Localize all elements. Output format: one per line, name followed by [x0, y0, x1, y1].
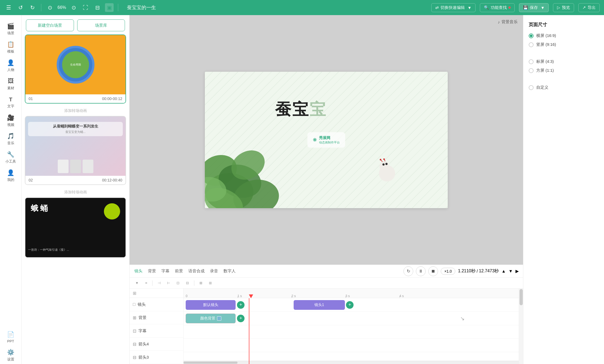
radio-landscape[interactable] [529, 33, 534, 38]
vertical-scrollbar[interactable] [519, 289, 523, 364]
radio-standard[interactable] [529, 59, 534, 64]
option-square[interactable]: 方屏 (1:1) [529, 68, 599, 73]
scene-card-3[interactable]: 蛾 蛹 一首诗：一种气味引读《蚕》... [25, 197, 126, 258]
sidebar-item-mine[interactable]: 👤 我的 [1, 167, 21, 184]
canvas-wrapper: ♪ 背景音乐 [130, 15, 523, 265]
zoom-level[interactable]: 66% [57, 5, 66, 10]
canvas-stage[interactable]: 蚕宝宝 ❋ [205, 72, 448, 208]
notification-dot [508, 6, 511, 9]
sidebar-item-ppt[interactable]: 📄 PPT [1, 328, 21, 346]
save-dropdown-icon[interactable]: ▼ [541, 5, 545, 10]
add-transition-2[interactable]: 添加转场动画 [25, 187, 126, 197]
switch-dropdown-icon[interactable]: ▼ [467, 5, 471, 10]
sidebar-item-text[interactable]: T 文字 [1, 94, 21, 111]
stop-button[interactable]: ⏹ [428, 266, 438, 276]
option-custom[interactable]: 自定义 [529, 85, 599, 90]
filter-btn[interactable]: ▼ [133, 280, 141, 286]
block-default-lens[interactable]: 默认镜头 [186, 300, 236, 310]
loop-button[interactable]: ↻ [403, 266, 413, 276]
search-icon: 🔍 [484, 5, 489, 10]
scene-card-1[interactable]: 生命周期 01 00:00-00:12 [25, 35, 126, 104]
sidebar-item-tools[interactable]: 🔧 小工具 [1, 149, 21, 166]
bg-music-button[interactable]: ♪ 背景音乐 [498, 19, 518, 25]
add-btn-after-default-lens[interactable]: + [237, 301, 245, 309]
add-btn-after-lens1[interactable]: + [346, 301, 354, 309]
svg-point-10 [385, 163, 388, 165]
option-standard[interactable]: 标屏 (4:3) [529, 59, 599, 64]
radio-custom[interactable] [529, 85, 534, 90]
radio-portrait[interactable] [529, 42, 534, 47]
paste-btn[interactable]: ⊟ [184, 280, 191, 286]
sidebar-item-music[interactable]: 🎵 音乐 [1, 131, 21, 148]
export-button[interactable]: ↗ 导出 [578, 3, 600, 12]
tab-lens[interactable]: 镜头 [134, 267, 143, 275]
scene-thumbnail-1: 生命周期 [25, 35, 125, 94]
sidebar-item-character[interactable]: 👤 人物 [1, 57, 21, 74]
video-icon: 🎥 [7, 114, 14, 121]
tab-record[interactable]: 录音 [209, 267, 219, 275]
divider-2 [118, 4, 118, 11]
track-content: 0 1 s 2 s 3 s 4 s [184, 289, 519, 364]
right-panel: 页面尺寸 横屏 (16:9) 竖屏 (9:16) 标屏 (4:3) 方屏 (1:… [523, 15, 604, 364]
switch-edit-button[interactable]: ⇄ 切换快速编辑 ▼ [431, 3, 476, 12]
add-transition-1[interactable]: 添加转场动画 [25, 106, 126, 116]
align-btn[interactable]: ⊠ [197, 280, 205, 286]
tab-bg[interactable]: 背景 [147, 267, 157, 275]
aspect-icon[interactable]: ▣ [105, 3, 114, 12]
main-layout: 🎬 场景 📋 模板 👤 人物 🖼 素材 T 文字 🎥 视频 🎵 音乐 🔧 [0, 15, 604, 364]
block-label-lens1: 镜头1 [314, 303, 324, 307]
radio-square[interactable] [529, 68, 534, 73]
split-icon[interactable]: ⊟ [93, 3, 102, 12]
scene-library-button[interactable]: 场景库 [77, 19, 125, 31]
function-search-button[interactable]: 🔍 功能查找 [480, 3, 515, 12]
arrow3-track-label: 箭头3 [138, 355, 149, 360]
list-btn[interactable]: ≡ [143, 280, 150, 286]
track-filter-icon[interactable]: ⊞ [133, 291, 136, 296]
watermark-icon: ❋ [313, 137, 317, 143]
block-label-default-lens: 默认镜头 [203, 303, 218, 307]
save-button[interactable]: 💾 保存 ▼ [519, 3, 549, 12]
down-arrow-icon[interactable]: ▼ [508, 269, 513, 274]
speed-button[interactable]: ×1.0 [441, 268, 455, 275]
template-icon: 📋 [7, 41, 14, 48]
timeline-scrollbar[interactable] [184, 361, 519, 364]
menu-icon[interactable]: ☰ [4, 3, 13, 12]
sidebar-item-material[interactable]: 🖼 素材 [1, 75, 21, 93]
tab-digital[interactable]: 数字人 [223, 267, 236, 275]
option-portrait[interactable]: 竖屏 (9:16) [529, 42, 599, 47]
sidebar-item-template[interactable]: 📋 模板 [1, 39, 21, 56]
label-portrait: 竖屏 (9:16) [536, 42, 556, 47]
add-btn-bg[interactable]: + [237, 315, 245, 322]
scene-card-2[interactable]: 从蚕蛹到蝴蝶变一系列发生 蚕宝宝变为蛹... 02 00:12-00:40 [25, 116, 126, 185]
view-icon[interactable]: ⊙ [46, 3, 54, 12]
worm-character [375, 159, 399, 184]
tab-subtitle[interactable]: 字幕 [161, 267, 170, 275]
scene-item-2: 从蚕蛹到蝴蝶变一系列发生 蚕宝宝变为蛹... 02 00:12-00:40 [25, 116, 126, 185]
tab-foreground[interactable]: 前景 [174, 267, 184, 275]
leaves-decoration [205, 116, 299, 208]
undo-button[interactable]: ↺ [16, 3, 25, 12]
block-lens1[interactable]: 镜头1 [294, 300, 345, 310]
timeline-controls: ↻ ⏸ ⏹ ×1.0 1.2110秒 / 12.7473秒 ▲ ▼ ▶ [403, 266, 519, 276]
sidebar-item-video[interactable]: 🎥 视频 [1, 112, 21, 129]
sidebar-item-scene[interactable]: 🎬 场景 [1, 20, 21, 38]
block-color-bg[interactable]: 颜色背景 [186, 314, 236, 323]
up-arrow-icon[interactable]: ▲ [501, 269, 506, 274]
tools-icon: 🔧 [7, 151, 14, 158]
split-btn[interactable]: ⊣ [155, 280, 163, 286]
preview-icon[interactable]: ⊙ [69, 3, 78, 12]
expand-icon[interactable]: ▶ [515, 269, 519, 274]
new-scene-button[interactable]: 新建空白场景 [26, 19, 74, 31]
sidebar-item-settings[interactable]: ⚙️ 设置 [1, 347, 21, 364]
preview-button[interactable]: ▷ 预览 [553, 3, 574, 12]
fullscreen-icon[interactable]: ⛶ [81, 3, 90, 12]
pause-button[interactable]: ⏸ [416, 266, 426, 276]
tab-voice[interactable]: 语音合成 [188, 267, 205, 275]
scrollbar-thumb[interactable] [184, 362, 237, 364]
copy-btn[interactable]: ⊡ [174, 280, 182, 286]
delete-btn[interactable]: ⊢ [165, 280, 172, 286]
redo-button[interactable]: ↻ [28, 3, 37, 12]
playhead-line[interactable] [249, 298, 249, 364]
option-landscape[interactable]: 横屏 (16:9) [529, 33, 599, 38]
more-btn[interactable]: ⊞ [206, 280, 214, 286]
